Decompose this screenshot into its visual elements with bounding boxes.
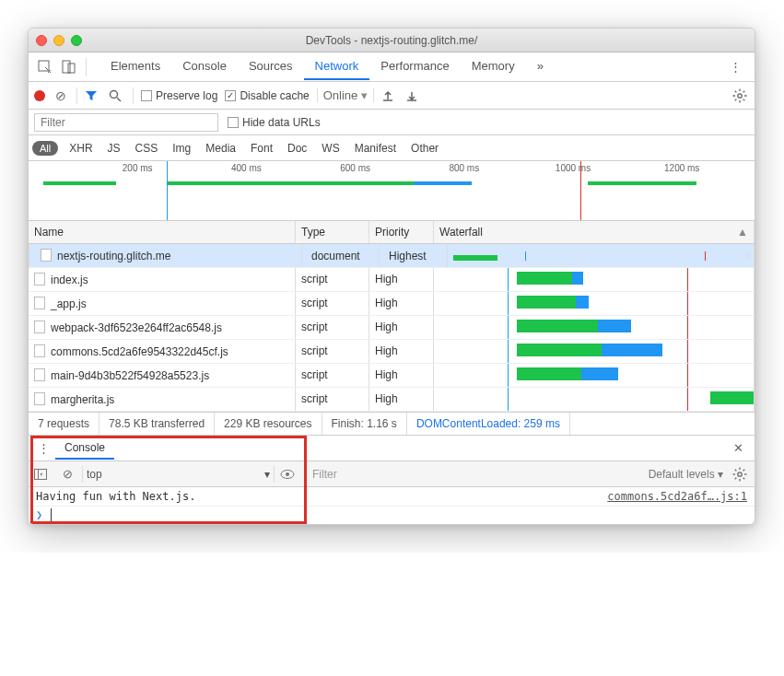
ruler-tick: 1000 ms [556,163,591,173]
status-finish: Finish: 1.16 s [322,413,407,435]
file-icon [34,297,45,309]
throttling-value: Online [323,88,358,102]
tab-network[interactable]: Network [304,53,370,80]
overview-bar [167,181,414,185]
table-row[interactable]: nextjs-routing.glitch.medocumentHighest [29,244,755,268]
time-ruler: 200 ms 400 ms 600 ms 800 ms 1000 ms 1200… [29,161,755,178]
clear-icon[interactable]: ⊘ [53,88,69,103]
preserve-log-checkbox[interactable]: Preserve log [141,89,217,102]
tab-sources[interactable]: Sources [238,53,304,80]
record-button[interactable] [34,90,45,101]
hide-data-urls-checkbox[interactable]: Hide data URLs [228,116,321,129]
tab-console[interactable]: Console [171,53,238,80]
table-row[interactable]: webpack-3df6523e264ff2ac6548.jsscriptHig… [29,316,755,340]
tabs-group: Elements Console Sources Network Perform… [99,53,720,80]
console-log-message: Having fun with Next.js. [36,490,195,503]
header-type[interactable]: Type [296,221,369,243]
separator [76,87,77,104]
header-priority[interactable]: Priority [369,221,434,243]
filter-toggle-icon[interactable] [85,89,101,102]
type-filter-font[interactable]: Font [247,140,276,157]
disable-cache-label: Disable cache [240,89,309,102]
console-context-select[interactable]: top▾ [82,466,275,483]
disable-cache-checkbox[interactable]: ✓Disable cache [225,89,309,102]
overview-bar [588,181,696,185]
svg-point-18 [738,472,742,475]
search-icon[interactable] [109,89,125,102]
tab-elements[interactable]: Elements [99,53,171,80]
ruler-tick: 400 ms [231,163,262,173]
type-filter-other[interactable]: Other [407,140,442,157]
network-table-header: Name Type Priority Waterfall▲ [29,221,755,244]
file-icon [34,273,45,286]
status-requests: 7 requests [29,413,99,435]
svg-line-10 [735,90,737,92]
status-bar: 7 requests 78.5 KB transferred 229 KB re… [29,412,755,436]
table-row[interactable]: index.jsscriptHigh [29,268,755,292]
type-filter-ws[interactable]: WS [318,140,343,157]
console-prompt[interactable]: ❯ [29,507,755,523]
table-row[interactable]: margherita.jsscriptHigh [29,388,755,412]
header-name[interactable]: Name [29,221,296,243]
tab-memory[interactable]: Memory [461,53,526,80]
drawer-tabstrip: ⋮ Console ✕ [29,436,755,461]
device-mode-icon[interactable] [58,56,80,78]
console-filter-input[interactable]: Filter [312,468,639,481]
devtools-window: DevTools - nextjs-routing.glitch.me/ Ele… [28,28,755,525]
ruler-tick: 600 ms [340,163,370,173]
status-transferred: 78.5 KB transferred [99,413,215,435]
filter-row: Hide data URLs [29,110,755,135]
svg-line-12 [735,99,737,100]
timeline-overview[interactable]: 200 ms 400 ms 600 ms 800 ms 1000 ms 1200… [29,161,755,221]
download-har-icon[interactable] [405,89,422,102]
file-icon [34,392,45,405]
type-filter-media[interactable]: Media [202,140,240,157]
console-settings-icon[interactable] [732,467,747,482]
console-body: Having fun with Next.js. commons.5cd2a6f… [29,487,755,524]
main-tabstrip: Elements Console Sources Network Perform… [29,52,755,82]
svg-line-11 [743,99,745,100]
titlebar: DevTools - nextjs-routing.glitch.me/ [29,29,755,52]
console-context-value: top [87,468,102,481]
table-row[interactable]: commons.5cd2a6fe9543322d45cf.jsscriptHig… [29,340,755,364]
console-clear-icon[interactable]: ⊘ [58,467,76,481]
hide-data-urls-label: Hide data URLs [242,116,321,129]
type-filter-doc[interactable]: Doc [284,140,310,157]
console-log-source[interactable]: commons.5cd2a6f….js:1 [607,490,747,503]
more-menu-icon[interactable]: ⋮ [722,60,749,74]
filter-input[interactable] [34,113,218,132]
svg-point-5 [738,93,742,97]
throttling-select[interactable]: Online▾ [317,88,375,102]
tabs-overflow-icon[interactable]: » [526,53,555,80]
svg-rect-1 [63,61,70,73]
console-levels-select[interactable]: Default levels ▾ [649,468,723,481]
table-row[interactable]: _app.jsscriptHigh [29,292,755,316]
console-sidebar-toggle-icon[interactable] [34,469,53,480]
upload-har-icon[interactable] [381,89,398,102]
svg-rect-2 [68,64,75,73]
tab-performance[interactable]: Performance [369,53,460,80]
type-filter-xhr[interactable]: XHR [65,140,96,157]
header-waterfall[interactable]: Waterfall▲ [434,221,755,243]
drawer-menu-icon[interactable]: ⋮ [32,441,55,455]
svg-point-3 [111,90,118,98]
overview-bar [43,181,116,185]
type-filter-css[interactable]: CSS [132,140,162,157]
ruler-tick: 800 ms [449,163,479,173]
live-expression-icon[interactable] [280,469,298,480]
type-filter-img[interactable]: Img [169,140,194,157]
status-dcl: DOMContentLoaded: 259 ms [407,413,570,435]
inspect-element-icon[interactable] [34,56,56,78]
type-filter-js[interactable]: JS [104,140,124,157]
drawer-close-icon[interactable]: ✕ [726,441,751,455]
settings-icon[interactable] [732,88,749,103]
drawer-tab-console[interactable]: Console [55,437,114,460]
file-icon [34,368,45,381]
load-marker [580,161,581,220]
table-row[interactable]: main-9d4b3b522f54928a5523.jsscriptHigh [29,364,755,388]
type-filter-manifest[interactable]: Manifest [351,140,400,157]
console-log-line[interactable]: Having fun with Next.js. commons.5cd2a6f… [29,487,755,507]
type-filter-all[interactable]: All [32,141,58,156]
svg-line-13 [743,90,745,92]
dcl-marker [167,161,168,220]
